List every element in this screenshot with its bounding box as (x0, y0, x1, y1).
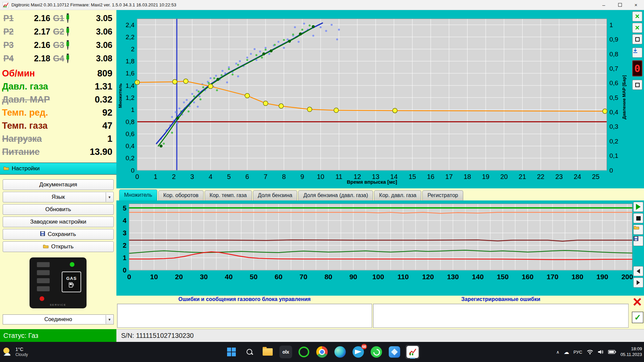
edge-button[interactable] (333, 345, 347, 359)
language-dropdown[interactable]: Язык ▼ (3, 192, 114, 202)
scroll-right-button[interactable] (633, 278, 643, 288)
chart-toolbar: × × 0 (632, 10, 644, 188)
green-circle-app-button[interactable] (297, 345, 311, 359)
petrol-injection-time: 2.16 (34, 40, 50, 50)
svg-text:50: 50 (250, 273, 258, 281)
registered-errors-box[interactable] (373, 304, 629, 328)
supply-voltage-label: Питание (2, 147, 40, 157)
stop-button[interactable] (633, 213, 643, 223)
svg-text:1,4: 1,4 (126, 82, 135, 89)
start-button[interactable] (224, 345, 238, 359)
weather-temp: 1°C (15, 347, 28, 352)
update-button[interactable]: Обновить (3, 204, 114, 215)
reading-row: Нагрузка 1 (0, 133, 116, 146)
svg-text:3: 3 (123, 229, 126, 237)
onedrive-icon[interactable]: ☁ (564, 349, 569, 355)
svg-text:150: 150 (497, 273, 508, 281)
green-x-icon: × (635, 13, 640, 20)
rpm-value: 809 (97, 68, 112, 79)
square-icon (635, 83, 640, 87)
clear-errors-button[interactable]: × (631, 294, 644, 309)
multiplier-chart-plot[interactable]: 0123456789101112131415161718192021222324… (116, 10, 644, 188)
whatsapp-icon (371, 346, 382, 358)
petrol-channel-label: P4 (3, 54, 14, 63)
confirm-errors-button[interactable]: ✓ (632, 312, 643, 323)
svg-text:130: 130 (447, 273, 459, 281)
ecu-errors-box[interactable] (117, 304, 372, 328)
supply-voltage-value: 13.90 (90, 147, 112, 157)
play-button[interactable] (633, 202, 643, 212)
gas-button[interactable]: GAS (62, 272, 81, 292)
y-axis-label-right: Давление MAP [Бар] (622, 64, 627, 131)
svg-text:1: 1 (131, 106, 135, 113)
tab-petrol-share[interactable]: Доля бензина (253, 190, 298, 200)
svg-text:2: 2 (131, 46, 135, 53)
save-button[interactable]: Сохранить (3, 229, 114, 240)
documentation-button[interactable]: Документация (3, 179, 114, 190)
rpm-label: Об/мин (2, 68, 35, 79)
weather-widget[interactable]: ☁ 1°C Cloudy (3, 342, 28, 362)
folder-icon (263, 348, 273, 356)
play-icon (636, 204, 641, 210)
tray-expand-button[interactable]: ∧ (556, 350, 559, 355)
chevron-down-icon[interactable]: ▼ (106, 315, 113, 324)
open-record-button[interactable] (633, 225, 643, 235)
tab-petrol-share-gas-pressure[interactable]: Доля бензина (давл. газа) (298, 190, 373, 200)
tab-multiplier[interactable]: Множитель (119, 189, 157, 200)
svg-text:4: 4 (123, 217, 127, 224)
y-axis-label-left: Множитель (118, 69, 123, 122)
taskbar: ☁ 1°C Cloudy olx 68 (0, 342, 644, 362)
tab-rpm-correction[interactable]: Кор. оборотов (158, 190, 204, 200)
settings-section-button[interactable]: Настройки (0, 163, 116, 175)
zoom-reset-button[interactable] (632, 80, 642, 90)
svg-text:200: 200 (622, 273, 633, 281)
collect-points-button[interactable] (632, 48, 642, 58)
search-button[interactable] (243, 345, 257, 359)
olx-app-button[interactable]: olx (279, 345, 293, 359)
gas-temp-label: Темп. газа (2, 121, 48, 131)
tab-gas-pressure-correction[interactable]: Кор. давл. газа (374, 190, 421, 200)
digitronic-app-button[interactable] (406, 345, 420, 359)
language-indicator[interactable]: РУС (574, 350, 582, 355)
clear-gas-points-button[interactable]: × (632, 23, 642, 33)
injector-row: P1 2.16 G1 3.05 (0, 12, 116, 25)
reducer-temp-value: 92 (102, 108, 112, 118)
reading-row: Питание 13.90 (0, 146, 116, 159)
tab-gas-temp-correction[interactable]: Кор. темп. газа (205, 190, 252, 200)
minimize-button[interactable]: – (596, 0, 612, 10)
clear-petrol-points-button[interactable]: × (632, 11, 642, 21)
application-window: Digitronic Maxi2 0.30.1.10712 Firmware: … (0, 0, 644, 362)
svg-text:1,2: 1,2 (126, 94, 135, 101)
photos-button[interactable] (387, 345, 401, 359)
tab-recorder[interactable]: Регистратор (422, 190, 463, 200)
reading-row: Темп. ред. 92 (0, 107, 116, 120)
injector-icon (66, 40, 70, 52)
connection-dropdown[interactable]: Соединено ▼ (3, 314, 114, 324)
recorder-chart-plot[interactable]: 0102030405060708090100110120130140150160… (116, 200, 644, 296)
chevron-down-icon[interactable]: ▼ (106, 192, 113, 202)
close-button[interactable]: × (628, 0, 644, 10)
open-label: Открыть (51, 243, 74, 250)
titlebar: Digitronic Maxi2 0.30.1.10712 Firmware: … (0, 0, 644, 10)
petrol-injection-time: 2.16 (34, 13, 50, 23)
battery-icon[interactable] (608, 350, 616, 354)
svg-text:110: 110 (397, 273, 409, 281)
scroll-left-button[interactable] (633, 266, 643, 276)
maximize-button[interactable] (612, 0, 628, 10)
right-arrow-icon (637, 280, 640, 285)
save-record-button[interactable] (633, 236, 643, 246)
gas-pressure-value: 1.31 (95, 81, 112, 92)
factory-settings-button[interactable]: Заводские настройки (3, 217, 114, 227)
telegram-button[interactable]: 68 (351, 345, 365, 359)
wifi-icon[interactable] (587, 349, 593, 355)
svg-text:0,5: 0,5 (609, 94, 618, 101)
clock[interactable]: 18:09 05.11.2023 (621, 346, 642, 358)
gas-switch-panel: GAS SERVICE (30, 257, 87, 308)
frame-mode-button[interactable] (632, 34, 642, 44)
svg-text:0: 0 (131, 167, 135, 174)
volume-icon[interactable] (598, 349, 604, 355)
chrome-button[interactable] (315, 345, 329, 359)
whatsapp-button[interactable] (369, 345, 383, 359)
open-button[interactable]: Открыть (3, 241, 114, 252)
file-explorer-button[interactable] (261, 345, 275, 359)
